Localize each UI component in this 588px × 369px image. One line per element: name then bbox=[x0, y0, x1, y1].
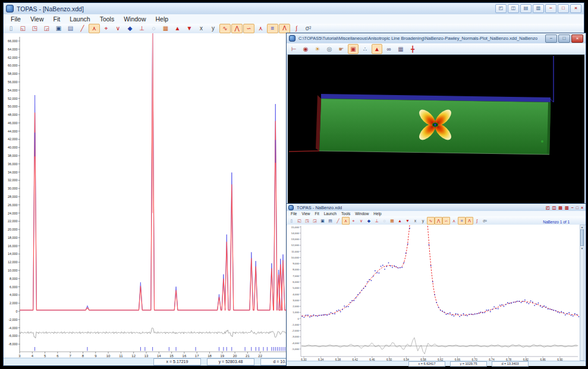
draw-line-button[interactable]: ╱ bbox=[334, 217, 342, 225]
structure-3d-viewport[interactable] bbox=[288, 55, 584, 203]
menu-tools[interactable]: Tools bbox=[339, 212, 353, 216]
show-single-scan-button[interactable]: ⋏ bbox=[450, 217, 458, 225]
menu-fit[interactable]: Fit bbox=[312, 212, 321, 216]
export-data-button[interactable]: ◲ bbox=[311, 217, 319, 225]
show-difference-button[interactable]: ∽ bbox=[243, 24, 254, 33]
fit-check-button[interactable]: ∨ bbox=[112, 24, 124, 33]
mdi-tile-vertical-button[interactable]: ▥ bbox=[533, 4, 544, 13]
delete-peak-button[interactable]: ▼ bbox=[184, 24, 195, 33]
capillary-tool-button[interactable]: ⊥ bbox=[136, 24, 147, 33]
show-cumulative-button[interactable]: Λ bbox=[279, 24, 290, 33]
mdi-tile-vertical-button[interactable]: ▥ bbox=[564, 205, 570, 210]
draw-line-button[interactable]: ╱ bbox=[77, 24, 88, 33]
mdi-cascade-button[interactable]: ◫ bbox=[552, 205, 557, 210]
show-difference-button[interactable]: ∽ bbox=[442, 217, 450, 225]
launch-kernel-button[interactable]: ◆ bbox=[124, 24, 136, 33]
fit-check-button[interactable]: ∨ bbox=[357, 217, 365, 225]
zoom-peaks-button[interactable]: ⌖ bbox=[350, 217, 357, 225]
restore-button[interactable]: □ bbox=[576, 205, 579, 210]
restore-button[interactable]: □ bbox=[558, 4, 569, 13]
zoom-peaks-button[interactable]: ⌖ bbox=[100, 24, 112, 33]
ellipse-view-button[interactable]: ◌ bbox=[148, 24, 159, 33]
save-view-button[interactable]: ▣ bbox=[348, 44, 359, 54]
maximize-button[interactable]: □ bbox=[558, 34, 570, 43]
launch-kernel-button[interactable]: ◆ bbox=[365, 217, 373, 225]
save-file-button[interactable]: ▣ bbox=[53, 24, 64, 33]
minimize-button[interactable]: − bbox=[571, 205, 574, 210]
vertical-scrollbar[interactable]: ▲ ▼ bbox=[580, 225, 584, 361]
insert-peak-button[interactable]: ▲ bbox=[396, 217, 404, 225]
grab-rotate-button[interactable]: ☛ bbox=[336, 44, 347, 54]
x-axis-tool-button[interactable]: x bbox=[411, 217, 419, 225]
sigma-squared-button[interactable]: σ² bbox=[481, 217, 489, 225]
export-data-button[interactable]: ◲ bbox=[41, 24, 52, 33]
new-file-button[interactable]: ▯ bbox=[5, 24, 17, 33]
sigmoid-tool-button[interactable]: ∫ bbox=[473, 217, 481, 225]
menu-help[interactable]: Help bbox=[151, 15, 174, 23]
menu-fit[interactable]: Fit bbox=[49, 15, 65, 23]
menu-launch[interactable]: Launch bbox=[65, 15, 95, 23]
mdi-tile-horizontal-button[interactable]: ▤ bbox=[558, 205, 563, 210]
y-axis-tool-button[interactable]: y bbox=[419, 217, 427, 225]
stereo-glasses-button[interactable]: ∞ bbox=[383, 44, 394, 54]
new-file-button[interactable]: ▯ bbox=[288, 217, 295, 225]
x-axis-tool-button[interactable]: x bbox=[196, 24, 207, 33]
zoom-pattern-plot[interactable]: 15,00014,00013,00012,00011,00010,0009,00… bbox=[287, 225, 581, 361]
mdi-new-window-button[interactable]: ◰ bbox=[545, 205, 551, 210]
atoms-toggle-button[interactable]: ∴ bbox=[360, 44, 370, 54]
orientation-compass-button[interactable]: ╋ bbox=[407, 44, 418, 54]
open-file-button[interactable]: ◱ bbox=[295, 217, 303, 225]
peak-details-button[interactable]: ⋏ bbox=[342, 217, 350, 225]
menu-window[interactable]: Window bbox=[119, 15, 150, 23]
menu-launch[interactable]: Launch bbox=[322, 212, 339, 216]
show-all-scans-button[interactable]: ⋀ bbox=[435, 217, 442, 225]
menu-help[interactable]: Help bbox=[371, 212, 383, 216]
sigmoid-tool-button[interactable]: ∫ bbox=[291, 24, 302, 33]
close-button[interactable]: × bbox=[570, 4, 581, 13]
data-table-button[interactable]: ▦ bbox=[395, 44, 406, 54]
menu-view[interactable]: View bbox=[26, 15, 49, 23]
close-button[interactable]: × bbox=[580, 205, 584, 210]
show-hkl-ticks-button[interactable]: ≡ bbox=[458, 217, 466, 225]
delete-peak-button[interactable]: ▼ bbox=[404, 217, 411, 225]
normals-plot-button[interactable]: ▲ bbox=[372, 44, 382, 54]
show-observed-button[interactable]: ∿ bbox=[219, 24, 231, 33]
y-axis-tool-button[interactable]: y bbox=[207, 24, 219, 33]
open-file-button[interactable]: ◱ bbox=[17, 24, 29, 33]
menu-file[interactable]: File bbox=[288, 212, 299, 216]
show-observed-button[interactable]: ∿ bbox=[427, 217, 435, 225]
peak-details-button[interactable]: ⋏ bbox=[89, 24, 100, 33]
viewer-titlebar[interactable]: C:\TOPAS5\Tutorial\Miscellaneous\Anisotr… bbox=[287, 33, 586, 44]
capillary-tool-button[interactable]: ⊥ bbox=[373, 217, 381, 225]
minimize-button[interactable]: − bbox=[545, 34, 557, 43]
mdi-new-window-button[interactable]: ◰ bbox=[495, 4, 507, 13]
show-cumulative-button[interactable]: Λ bbox=[466, 217, 473, 225]
camera-view-button[interactable]: ◎ bbox=[324, 44, 335, 54]
show-single-scan-button[interactable]: ⋏ bbox=[255, 24, 266, 33]
scan-window-button[interactable]: ▦ bbox=[160, 24, 171, 33]
menu-view[interactable]: View bbox=[299, 212, 312, 216]
ellipse-view-button[interactable]: ◌ bbox=[381, 217, 388, 225]
close-button[interactable]: × bbox=[571, 34, 583, 43]
print-button[interactable]: ▤ bbox=[65, 24, 76, 33]
menu-tools[interactable]: Tools bbox=[95, 15, 120, 23]
menu-window[interactable]: Window bbox=[353, 212, 371, 216]
ball-style-button[interactable]: ◉ bbox=[300, 44, 311, 54]
import-data-button[interactable]: ◳ bbox=[303, 217, 311, 225]
menu-file[interactable]: File bbox=[6, 15, 26, 23]
mdi-tile-horizontal-button[interactable]: ▤ bbox=[520, 4, 532, 13]
show-hkl-ticks-button[interactable]: ≡ bbox=[267, 24, 278, 33]
minimize-button[interactable]: − bbox=[545, 4, 556, 13]
scan-window-button[interactable]: ▦ bbox=[388, 217, 396, 225]
print-button[interactable]: ▤ bbox=[326, 217, 334, 225]
scroll-thumb[interactable] bbox=[580, 229, 584, 246]
main-titlebar[interactable]: TOPAS - [NaBenzo.xdd] ◰◫▤▥−□× bbox=[4, 3, 584, 15]
import-data-button[interactable]: ◳ bbox=[29, 24, 40, 33]
save-file-button[interactable]: ▣ bbox=[319, 217, 326, 225]
measure-tool-button[interactable]: ⊢ bbox=[288, 44, 299, 54]
insert-peak-button[interactable]: ▲ bbox=[172, 24, 183, 33]
mdi-cascade-button[interactable]: ◫ bbox=[508, 4, 519, 13]
lighting-button[interactable]: ☀ bbox=[312, 44, 323, 54]
scroll-up-icon[interactable]: ▲ bbox=[580, 225, 584, 229]
sigma-squared-button[interactable]: σ² bbox=[303, 24, 314, 33]
